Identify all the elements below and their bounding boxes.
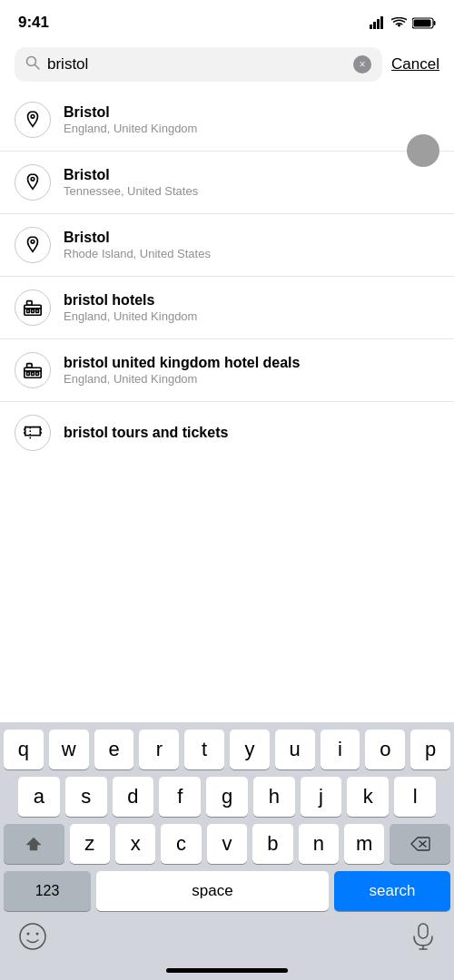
search-input[interactable]: [47, 55, 346, 74]
search-icon: [25, 55, 40, 74]
svg-point-9: [31, 115, 35, 119]
wifi-icon: [391, 17, 407, 29]
key-a[interactable]: a: [18, 777, 60, 817]
key-y[interactable]: y: [230, 730, 270, 769]
result-text: Bristol England, United Kingdom: [64, 104, 197, 135]
key-t[interactable]: t: [184, 730, 224, 769]
key-delete[interactable]: [390, 824, 450, 864]
key-l[interactable]: l: [394, 777, 436, 817]
keyboard-row-1: q w e r t y u i o p: [0, 730, 454, 769]
clear-button[interactable]: ×: [353, 55, 371, 74]
result-subtitle: England, United Kingdom: [64, 372, 300, 386]
battery-icon: [412, 17, 436, 29]
result-title: Bristol: [64, 167, 198, 183]
key-x[interactable]: x: [115, 824, 155, 864]
svg-point-26: [27, 933, 30, 936]
key-shift[interactable]: [4, 824, 64, 864]
result-item[interactable]: Bristol Tennessee, United States: [0, 152, 454, 214]
location-icon: [15, 227, 51, 263]
result-text: Bristol Rhode Island, United States: [64, 230, 211, 260]
key-q[interactable]: q: [4, 730, 44, 769]
key-w[interactable]: w: [49, 730, 89, 769]
svg-rect-2: [377, 19, 380, 29]
result-item[interactable]: bristol united kingdom hotel deals Engla…: [0, 339, 454, 402]
svg-point-11: [31, 240, 35, 244]
search-bar-container: × Cancel: [0, 40, 454, 89]
result-item[interactable]: Bristol England, United Kingdom: [0, 89, 454, 152]
key-space[interactable]: space: [96, 871, 329, 911]
svg-rect-20: [36, 372, 39, 376]
emoji-icon[interactable]: [18, 922, 47, 955]
key-search[interactable]: search: [334, 871, 450, 911]
svg-point-27: [36, 933, 39, 936]
search-input-wrapper[interactable]: ×: [15, 47, 382, 82]
svg-line-8: [35, 65, 40, 70]
key-n[interactable]: n: [299, 824, 339, 864]
result-text: bristol united kingdom hotel deals Engla…: [64, 355, 300, 386]
result-title: bristol tours and tickets: [64, 425, 228, 441]
key-123[interactable]: 123: [4, 871, 91, 911]
location-icon: [15, 102, 51, 138]
svg-rect-16: [32, 309, 35, 313]
home-indicator: [166, 968, 288, 973]
ticket-icon: [15, 415, 51, 451]
result-title: bristol hotels: [64, 292, 197, 309]
cancel-button[interactable]: Cancel: [391, 55, 439, 74]
key-h[interactable]: h: [253, 777, 295, 817]
key-d[interactable]: d: [113, 777, 154, 817]
key-j[interactable]: j: [301, 777, 342, 817]
keyboard: q w e r t y u i o p a s d f g h j k l z …: [0, 722, 454, 980]
svg-rect-28: [419, 924, 428, 938]
key-p[interactable]: p: [410, 730, 450, 769]
keyboard-row-3: z x c v b n m: [0, 824, 454, 864]
key-z[interactable]: z: [70, 824, 110, 864]
result-item[interactable]: Bristol Rhode Island, United States: [0, 214, 454, 277]
key-f[interactable]: f: [159, 777, 201, 817]
svg-rect-6: [414, 19, 431, 26]
result-text: Bristol Tennessee, United States: [64, 167, 198, 198]
result-item[interactable]: bristol hotels England, United Kingdom: [0, 277, 454, 339]
result-text: bristol hotels England, United Kingdom: [64, 292, 197, 323]
key-i[interactable]: i: [321, 730, 360, 769]
key-r[interactable]: r: [139, 730, 179, 769]
location-icon: [15, 164, 51, 201]
mic-icon[interactable]: [410, 922, 436, 955]
key-m[interactable]: m: [344, 824, 384, 864]
key-o[interactable]: o: [365, 730, 405, 769]
results-list: Bristol England, United Kingdom Bristol …: [0, 89, 454, 464]
key-g[interactable]: g: [206, 777, 248, 817]
svg-rect-21: [32, 372, 35, 376]
result-text: bristol tours and tickets: [64, 425, 228, 441]
key-u[interactable]: u: [275, 730, 315, 769]
result-title: Bristol: [64, 104, 197, 121]
svg-rect-19: [27, 372, 30, 376]
key-b[interactable]: b: [252, 824, 292, 864]
svg-rect-15: [36, 309, 39, 313]
svg-rect-14: [27, 309, 30, 313]
svg-point-10: [31, 178, 35, 181]
status-bar: 9:41: [0, 0, 454, 40]
scroll-indicator: [407, 134, 439, 167]
result-title: Bristol: [64, 230, 211, 246]
result-subtitle: Tennessee, United States: [64, 184, 198, 198]
hotel-icon: [15, 289, 51, 326]
hotel-icon: [15, 352, 51, 388]
svg-rect-3: [380, 16, 383, 29]
result-subtitle: Rhode Island, United States: [64, 247, 211, 260]
signal-icon: [370, 16, 386, 29]
key-s[interactable]: s: [65, 777, 107, 817]
keyboard-row-2: a s d f g h j k l: [0, 777, 454, 817]
svg-rect-13: [27, 301, 32, 306]
key-v[interactable]: v: [207, 824, 247, 864]
result-item[interactable]: bristol tours and tickets: [0, 402, 454, 464]
key-k[interactable]: k: [347, 777, 389, 817]
result-subtitle: England, United Kingdom: [64, 122, 197, 135]
result-title: bristol united kingdom hotel deals: [64, 355, 300, 371]
svg-rect-18: [27, 364, 32, 368]
svg-rect-1: [373, 22, 376, 29]
svg-rect-5: [434, 21, 436, 25]
key-c[interactable]: c: [161, 824, 201, 864]
status-time: 9:41: [18, 14, 49, 32]
key-e[interactable]: e: [94, 730, 134, 769]
result-subtitle: England, United Kingdom: [64, 309, 197, 323]
